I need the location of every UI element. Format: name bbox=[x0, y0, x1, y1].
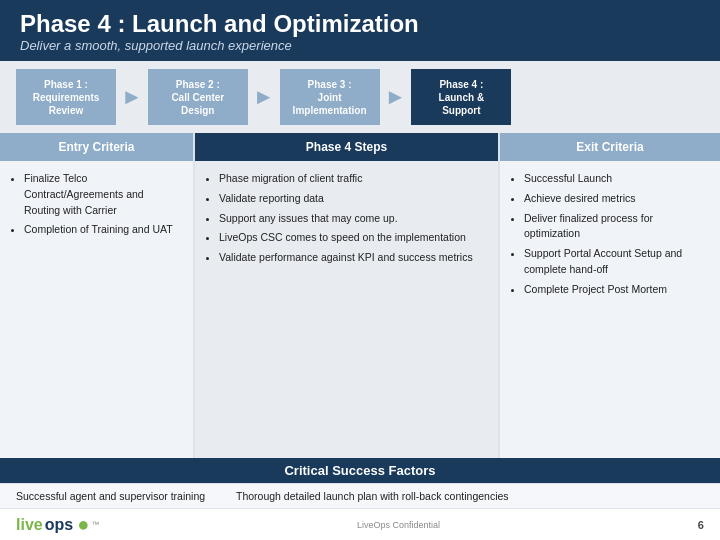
header-section: Phase 4 : Launch and Optimization Delive… bbox=[0, 0, 720, 61]
csf-header: Critical Success Factors bbox=[0, 458, 720, 483]
phase-4-box[interactable]: Phase 4 : Launch & Support bbox=[411, 69, 511, 125]
exit-criteria-header: Exit Criteria bbox=[500, 133, 720, 161]
csf-right-text: Thorough detailed launch plan with roll-… bbox=[236, 490, 704, 502]
footer: liveops● ™ LiveOps Confidential 6 bbox=[0, 508, 720, 540]
liveops-logo: liveops● ™ bbox=[16, 513, 99, 536]
exit-criteria-body: Successful Launch Achieve desired metric… bbox=[500, 161, 720, 458]
footer-page-number: 6 bbox=[698, 519, 704, 531]
phase-navigation: Phase 1 : Requirements Review ► Phase 2 … bbox=[0, 61, 720, 133]
logo-ops: ops bbox=[45, 516, 73, 534]
exit-item-3: Deliver finalized process for optimizati… bbox=[524, 211, 708, 243]
step-item-4: LiveOps CSC comes to speed on the implem… bbox=[219, 230, 486, 246]
step-item-1: Phase migration of client traffic bbox=[219, 171, 486, 187]
exit-item-5: Complete Project Post Mortem bbox=[524, 282, 708, 298]
step-item-2: Validate reporting data bbox=[219, 191, 486, 207]
exit-item-2: Achieve desired metrics bbox=[524, 191, 708, 207]
step-item-5: Validate performance against KPI and suc… bbox=[219, 250, 486, 266]
phase-steps-column: Phase 4 Steps Phase migration of client … bbox=[195, 133, 500, 458]
csf-row: Successful agent and supervisor training… bbox=[0, 483, 720, 508]
exit-item-1: Successful Launch bbox=[524, 171, 708, 187]
csf-left-text: Successful agent and supervisor training bbox=[16, 490, 216, 502]
step-item-3: Support any issues that may come up. bbox=[219, 211, 486, 227]
arrow-2: ► bbox=[253, 84, 275, 110]
phase-steps-header: Phase 4 Steps bbox=[195, 133, 498, 161]
entry-criteria-column: Entry Criteria Finalize Telco Contract/A… bbox=[0, 133, 195, 458]
slide-title: Phase 4 : Launch and Optimization bbox=[20, 10, 700, 38]
main-content: Entry Criteria Finalize Telco Contract/A… bbox=[0, 133, 720, 458]
footer-confidential: LiveOps Confidential bbox=[357, 520, 440, 530]
entry-item-1: Finalize Telco Contract/Agreements and R… bbox=[24, 171, 181, 218]
logo-live: live bbox=[16, 516, 43, 534]
entry-criteria-body: Finalize Telco Contract/Agreements and R… bbox=[0, 161, 193, 458]
phase-2-box[interactable]: Phase 2 : Call Center Design bbox=[148, 69, 248, 125]
entry-item-2: Completion of Training and UAT bbox=[24, 222, 181, 238]
exit-item-4: Support Portal Account Setup and complet… bbox=[524, 246, 708, 278]
phase-3-box[interactable]: Phase 3 : Joint Implementation bbox=[280, 69, 380, 125]
phase-1-box[interactable]: Phase 1 : Requirements Review bbox=[16, 69, 116, 125]
logo-dot: ● bbox=[77, 513, 89, 536]
phase-steps-body: Phase migration of client traffic Valida… bbox=[195, 161, 498, 458]
slide-subtitle: Deliver a smooth, supported launch exper… bbox=[20, 38, 700, 53]
entry-criteria-header: Entry Criteria bbox=[0, 133, 193, 161]
slide: Phase 4 : Launch and Optimization Delive… bbox=[0, 0, 720, 540]
exit-criteria-column: Exit Criteria Successful Launch Achieve … bbox=[500, 133, 720, 458]
arrow-3: ► bbox=[385, 84, 407, 110]
arrow-1: ► bbox=[121, 84, 143, 110]
logo-trademark: ™ bbox=[91, 520, 99, 529]
